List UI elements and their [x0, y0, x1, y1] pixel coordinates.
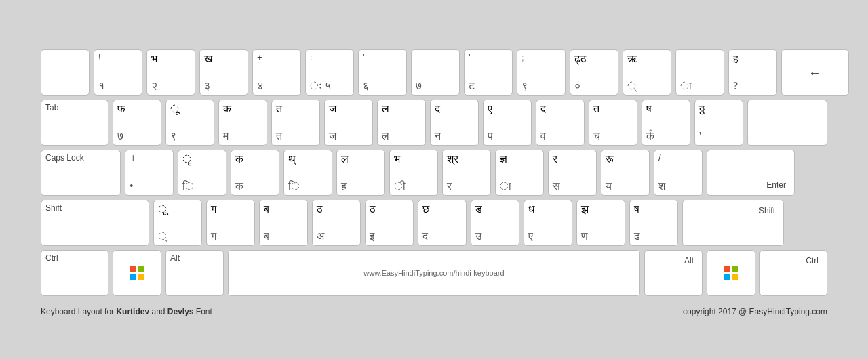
key-z[interactable]: ू ् [153, 200, 202, 246]
keyboard: ! १ भ २ ख ३ + ४ : ः ५ ' ६ [27, 43, 841, 303]
keyboard-wrapper: ! १ भ २ ख ३ + ४ : ः ५ ' ६ [0, 43, 868, 316]
footer-right: copyright 2017 @ EasyHindiTyping.com [683, 307, 827, 316]
key-c[interactable]: ब ब [259, 200, 308, 246]
key-0[interactable]: ढ्ठ ० [570, 49, 618, 96]
key-l[interactable]: र स [548, 150, 597, 196]
key-y[interactable]: ल ल [377, 100, 426, 146]
key-9[interactable]: ; ९ [517, 49, 566, 96]
key-k[interactable]: ज्ञ ा [495, 150, 544, 196]
key-rbracket[interactable]: ठ्ठ ' [694, 100, 743, 146]
key-backslash[interactable] [747, 100, 827, 146]
key-e[interactable]: क म [218, 100, 267, 146]
key-b[interactable]: ठ इ [365, 200, 414, 246]
alt-left-key[interactable]: Alt [165, 250, 224, 296]
key-m[interactable]: ड उ [471, 200, 519, 246]
key-t[interactable]: ज ज [324, 100, 373, 146]
key-semicolon[interactable]: रू य [601, 150, 650, 196]
footer-keyboard-label: Keyboard Layout [41, 307, 102, 316]
shift-left-key[interactable]: Shift [41, 200, 149, 246]
backspace-key[interactable]: ← [781, 49, 849, 96]
key-6[interactable]: ' ६ [358, 49, 407, 96]
key-backtick[interactable] [41, 49, 90, 96]
key-3[interactable]: ख ३ [199, 49, 248, 96]
row-4: Shift ू ् ग ग ब ब ठ अ ठ इ छ [41, 200, 827, 246]
key-s[interactable]: ृ ि [178, 150, 226, 196]
footer-font-devlys: Devlys [167, 307, 194, 316]
alt-right-key[interactable]: Alt [644, 250, 703, 296]
row-3: Caps Lock । • ृ ि क क थ् ि ल ह [41, 150, 827, 196]
key-2[interactable]: भ २ [146, 49, 195, 96]
key-n[interactable]: छ द [418, 200, 467, 246]
row-5: Ctrl Alt www.EasyHindiTyping.com/hindi-k… [41, 250, 827, 296]
key-fwdslash[interactable]: ष ढ [629, 200, 678, 246]
key-p[interactable]: त च [589, 100, 637, 146]
key-h[interactable]: भ ी [389, 150, 438, 196]
enter-key[interactable]: Enter [707, 150, 795, 196]
shift-right-key[interactable]: Shift [682, 200, 784, 246]
capslock-key[interactable]: Caps Lock [41, 150, 121, 196]
key-8[interactable]: ' ट [464, 49, 513, 96]
key-1[interactable]: ! १ [94, 49, 142, 96]
key-equal[interactable]: ा [675, 49, 724, 96]
win-left-key[interactable] [113, 250, 161, 296]
key-d[interactable]: क क [231, 150, 279, 196]
key-u[interactable]: द न [430, 100, 479, 146]
key-bracket[interactable]: ह ? [728, 49, 777, 96]
key-4[interactable]: + ४ [252, 49, 301, 96]
key-o[interactable]: द व [536, 100, 585, 146]
ctrl-left-key[interactable]: Ctrl [41, 250, 108, 296]
key-v[interactable]: ठ अ [312, 200, 361, 246]
ctrl-right-key[interactable]: Ctrl [760, 250, 827, 296]
windows-logo-left [130, 266, 144, 280]
key-comma[interactable]: ध ए [524, 200, 572, 246]
tab-key[interactable]: Tab [41, 100, 108, 146]
key-5[interactable]: : ः ५ [305, 49, 354, 96]
key-r[interactable]: त त [271, 100, 320, 146]
windows-logo-right [724, 266, 738, 280]
key-f[interactable]: थ् ि [283, 150, 332, 196]
key-minus[interactable]: ऋ ् [623, 49, 671, 96]
key-7[interactable]: – ७ [411, 49, 460, 96]
win-right-key[interactable] [707, 250, 755, 296]
key-i[interactable]: ए प [483, 100, 532, 146]
key-period[interactable]: झ ण [576, 200, 625, 246]
footer-left: Keyboard Layout for Kurtidev and Devlys … [41, 307, 212, 316]
key-q[interactable]: फ ७ [113, 100, 161, 146]
key-quote[interactable]: / श [654, 150, 703, 196]
key-j[interactable]: श्र र [442, 150, 491, 196]
row-2: Tab फ ७ ू ९ क म त त ज ज ल [41, 100, 827, 146]
space-key[interactable]: www.EasyHindiTyping.com/hindi-keyboard [228, 250, 640, 296]
key-w[interactable]: ू ९ [165, 100, 214, 146]
row-1: ! १ भ २ ख ३ + ४ : ः ५ ' ६ [41, 49, 827, 96]
key-g[interactable]: ल ह [336, 150, 385, 196]
key-x[interactable]: ग ग [206, 200, 255, 246]
key-lbracket[interactable]: ष र्क [642, 100, 690, 146]
footer-font-kurtidev: Kurtidev [116, 307, 149, 316]
keyboard-footer: Keyboard Layout for Kurtidev and Devlys … [27, 303, 841, 316]
key-a[interactable]: । • [125, 150, 174, 196]
